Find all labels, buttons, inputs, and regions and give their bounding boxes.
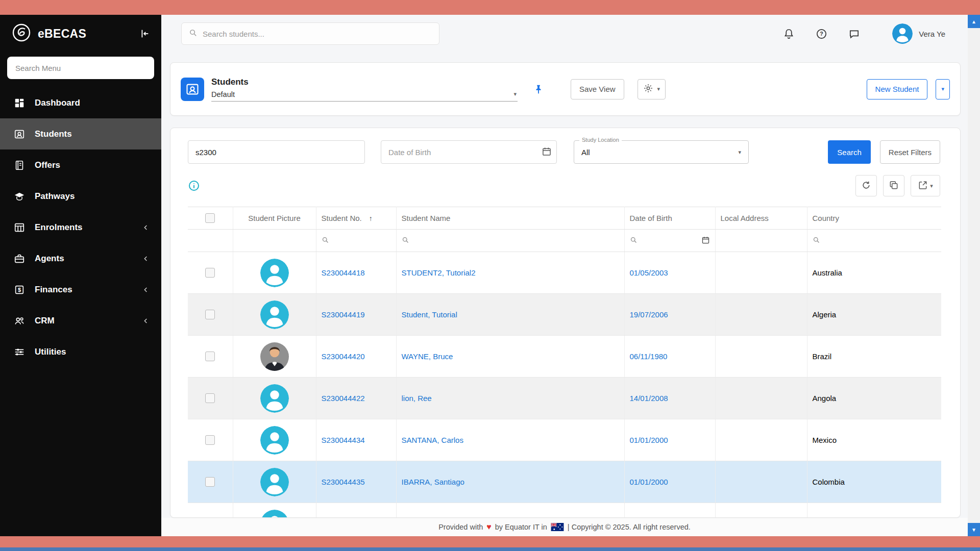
chat-icon[interactable] (847, 27, 861, 40)
column-chooser-button[interactable] (883, 175, 904, 196)
dob-column-filter[interactable] (624, 230, 715, 252)
search-button[interactable]: Search (828, 140, 871, 164)
sidebar-item-pathways[interactable]: Pathways (0, 181, 161, 212)
agents-icon (13, 253, 26, 265)
table-row-partial[interactable] (188, 503, 941, 518)
table-row[interactable]: S230044422 lion, Ree 14/01/2008 Angola (188, 378, 941, 419)
study-location-select[interactable]: Study Location All ▾ (574, 140, 749, 164)
country-cell: Colombia (807, 461, 941, 503)
new-student-dropdown-button[interactable]: ▾ (936, 79, 950, 99)
student-dob-link[interactable]: 01/01/2000 (630, 478, 668, 486)
calendar-icon[interactable] (542, 146, 552, 159)
pin-view-icon[interactable] (533, 84, 544, 95)
main-area: ? Vera Ye (161, 15, 968, 536)
sidebar-search-input[interactable] (7, 57, 154, 79)
col-local-address[interactable]: Local Address (715, 207, 807, 230)
bell-icon[interactable] (782, 27, 795, 40)
reset-filters-button[interactable]: Reset Filters (880, 140, 940, 164)
sidebar-item-dashboard[interactable]: Dashboard (0, 87, 161, 118)
student-name-link[interactable]: STUDENT2, Tutorial2 (402, 268, 476, 277)
student-filter-input[interactable] (188, 140, 365, 164)
student-no-link[interactable]: S230044434 (322, 436, 365, 444)
student-dob-link[interactable]: 01/01/2000 (630, 436, 668, 444)
table-row[interactable]: S230044435 IBARRA, Santiago 01/01/2000 C… (188, 461, 941, 503)
new-student-button[interactable]: New Student (867, 79, 928, 99)
dob-filter-input[interactable] (381, 140, 557, 164)
export-button[interactable]: ▾ (911, 175, 940, 196)
save-view-button[interactable]: Save View (571, 79, 624, 99)
student-name-link[interactable]: Student, Tutorial (402, 310, 457, 319)
topbar: ? Vera Ye (161, 15, 968, 53)
vertical-scrollbar[interactable]: ▲ ▼ (968, 15, 980, 536)
sidebar-item-agents[interactable]: Agents (0, 243, 161, 274)
col-country[interactable]: Country (807, 207, 941, 230)
student-no-link[interactable]: S230044420 (322, 352, 365, 361)
student-name-link[interactable]: lion, Ree (402, 394, 432, 403)
app-window: eBECAS Dashboard (0, 15, 968, 536)
chevron-down-icon: ▾ (930, 183, 933, 189)
calendar-icon[interactable] (701, 236, 710, 246)
row-checkbox[interactable] (205, 268, 215, 278)
student-no-link[interactable]: S230044435 (322, 478, 365, 486)
enrolments-icon (13, 221, 26, 234)
chevron-left-icon (142, 286, 150, 294)
select-all-checkbox[interactable] (205, 213, 215, 223)
row-checkbox[interactable] (205, 310, 215, 319)
info-icon[interactable] (188, 180, 200, 192)
table-row[interactable]: S230044418 STUDENT2, Tutorial2 01/05/200… (188, 252, 941, 294)
student-no-link[interactable]: S230044418 (322, 268, 365, 277)
student-name-link[interactable]: IBARRA, Santiago (402, 478, 464, 486)
table-row[interactable]: S230044419 Student, Tutorial 19/07/2006 … (188, 294, 941, 336)
refresh-button[interactable] (855, 175, 877, 196)
sidebar-header: eBECAS (0, 15, 161, 53)
row-checkbox[interactable] (205, 393, 215, 403)
finances-icon: $ (13, 284, 26, 296)
sidebar-item-utilities[interactable]: Utilities (0, 336, 161, 367)
col-student-name[interactable]: Student Name (396, 207, 624, 230)
student-dob-link[interactable]: 14/01/2008 (630, 394, 668, 403)
table-row[interactable]: S230044434 SANTANA, Carlos 01/01/2000 Me… (188, 419, 941, 461)
footer-text: | Copyright © 2025. All right reserved. (568, 523, 691, 531)
view-settings-button[interactable]: ▾ (638, 79, 666, 99)
row-checkbox[interactable] (205, 435, 215, 445)
global-search-input[interactable] (203, 30, 432, 38)
col-dob[interactable]: Date of Birth (624, 207, 715, 230)
student-no-column-filter[interactable] (316, 230, 396, 252)
sidebar-menu: Dashboard Students Offers (0, 87, 161, 367)
user-avatar[interactable] (892, 23, 913, 44)
student-no-link[interactable]: S230044419 (322, 310, 365, 319)
sidebar-item-enrolments[interactable]: Enrolments (0, 212, 161, 243)
page-title: Students (211, 77, 518, 87)
study-location-label: Study Location (579, 137, 622, 143)
offers-icon (13, 159, 26, 171)
sidebar-collapse-icon[interactable] (138, 27, 151, 40)
country-column-filter[interactable] (807, 230, 941, 252)
view-selector[interactable]: Default ▾ (211, 87, 518, 102)
row-checkbox[interactable] (205, 352, 215, 361)
search-icon (813, 237, 820, 245)
table-row[interactable]: S230044420 WAYNE, Bruce 06/11/1980 Brazi… (188, 336, 941, 378)
help-icon[interactable]: ? (815, 27, 828, 40)
scroll-up-icon[interactable]: ▲ (968, 15, 980, 28)
sidebar-item-offers[interactable]: Offers (0, 149, 161, 181)
search-icon (322, 237, 329, 245)
row-checkbox[interactable] (205, 477, 215, 487)
student-name-link[interactable]: WAYNE, Bruce (402, 352, 453, 361)
scroll-down-icon[interactable]: ▼ (968, 523, 980, 536)
search-icon (189, 29, 198, 39)
col-student-picture[interactable]: Student Picture (233, 207, 316, 230)
student-dob-link[interactable]: 01/05/2003 (630, 268, 668, 277)
student-no-link[interactable]: S230044422 (322, 394, 365, 403)
student-dob-link[interactable]: 19/07/2006 (630, 310, 668, 319)
col-student-no[interactable]: Student No.↑ (316, 207, 396, 230)
local-address-column-filter[interactable] (715, 230, 807, 252)
sidebar-item-crm[interactable]: CRM (0, 305, 161, 336)
sidebar-item-students[interactable]: Students (0, 118, 161, 149)
local-address-cell (715, 252, 807, 294)
student-avatar-placeholder-icon (260, 468, 289, 496)
student-dob-link[interactable]: 06/11/1980 (630, 352, 668, 361)
sidebar-item-finances[interactable]: $ Finances (0, 274, 161, 305)
student-name-column-filter[interactable] (396, 230, 624, 252)
student-name-link[interactable]: SANTANA, Carlos (402, 436, 463, 444)
country-cell: Mexico (807, 419, 941, 461)
